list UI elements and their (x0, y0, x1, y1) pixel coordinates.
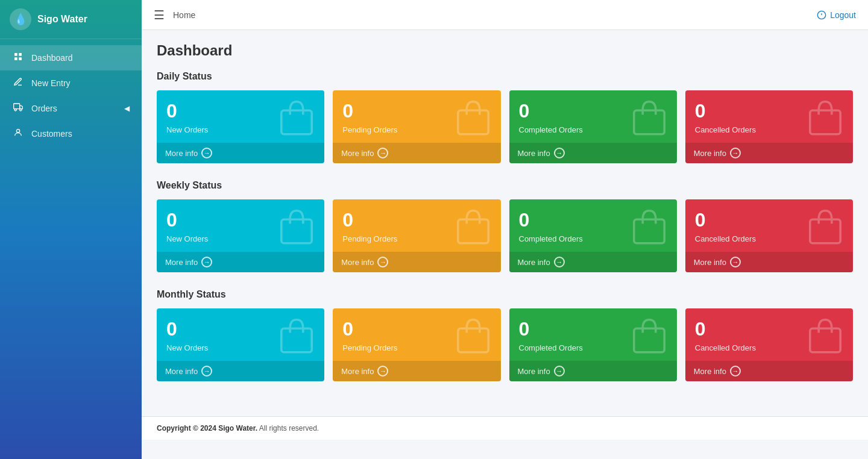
card-footer-daily-new[interactable]: More info→ (157, 143, 324, 163)
bag-icon-daily-pending (451, 95, 495, 139)
card-count-weekly-new: 0 (166, 210, 208, 230)
card-body-weekly-new: 0New Orders (157, 199, 324, 252)
svg-rect-0 (14, 53, 17, 56)
svg-rect-27 (634, 219, 664, 243)
bag-icon-daily-cancelled (804, 95, 847, 139)
card-body-monthly-pending: 0Pending Orders (333, 308, 500, 361)
card-footer-daily-cancelled[interactable]: More info→ (685, 143, 853, 163)
card-body-weekly-pending: 0Pending Orders (333, 199, 500, 252)
orders-icon (12, 102, 24, 114)
card-footer-monthly-pending[interactable]: More info→ (333, 361, 500, 381)
svg-rect-39 (634, 328, 664, 352)
card-body-daily-new: 0New Orders (157, 90, 324, 143)
card-label-daily-completed: Completed Orders (519, 125, 583, 134)
stat-card-daily-new[interactable]: 0New Orders More info→ (157, 90, 324, 163)
card-label-weekly-new: New Orders (166, 234, 208, 243)
svg-rect-3 (19, 57, 22, 60)
bag-icon-monthly-completed (627, 313, 671, 357)
card-footer-weekly-pending[interactable]: More info→ (333, 252, 500, 272)
card-footer-monthly-cancelled[interactable]: More info→ (685, 361, 853, 381)
card-body-daily-completed: 0Completed Orders (509, 90, 677, 143)
card-body-weekly-completed: 0Completed Orders (509, 199, 677, 252)
card-label-weekly-cancelled: Cancelled Orders (695, 234, 756, 243)
card-label-weekly-pending: Pending Orders (342, 234, 397, 243)
sidebar-nav: Dashboard New Entry Orders ◀ Customers (0, 39, 142, 152)
svg-rect-42 (810, 328, 840, 352)
menu-toggle-button[interactable]: ☰ (154, 8, 165, 22)
logout-icon (817, 10, 826, 20)
card-count-daily-completed: 0 (519, 101, 583, 120)
brand-icon: 💧 (10, 8, 31, 30)
svg-rect-21 (281, 219, 312, 243)
card-footer-label-monthly-cancelled: More info (694, 367, 726, 376)
card-count-weekly-pending: 0 (342, 210, 397, 230)
card-label-daily-pending: Pending Orders (342, 125, 397, 134)
card-footer-arrow-weekly-completed: → (554, 257, 565, 267)
card-footer-weekly-new[interactable]: More info→ (157, 252, 324, 272)
dashboard-icon (12, 52, 24, 64)
card-footer-arrow-monthly-completed: → (554, 366, 565, 376)
sidebar-item-dashboard[interactable]: Dashboard (0, 45, 142, 70)
card-count-weekly-completed: 0 (519, 210, 583, 230)
bag-icon-monthly-new (275, 313, 318, 357)
stat-card-daily-cancelled[interactable]: 0Cancelled Orders More info→ (685, 90, 853, 163)
stat-card-weekly-completed[interactable]: 0Completed Orders More info→ (509, 199, 677, 272)
card-footer-arrow-daily-pending: → (377, 148, 388, 158)
card-count-monthly-completed: 0 (519, 319, 583, 339)
cards-row-weekly: 0New Orders More info→0Pending Orders Mo… (157, 199, 853, 272)
stat-card-weekly-pending[interactable]: 0Pending Orders More info→ (333, 199, 500, 272)
topbar: ☰ Home Logout (142, 0, 868, 30)
cards-row-monthly: 0New Orders More info→0Pending Orders Mo… (157, 308, 853, 381)
card-footer-label-monthly-completed: More info (518, 367, 550, 376)
card-footer-weekly-completed[interactable]: More info→ (509, 252, 677, 272)
card-footer-weekly-cancelled[interactable]: More info→ (685, 252, 853, 272)
card-body-monthly-new: 0New Orders (157, 308, 324, 361)
bag-icon-weekly-completed (627, 204, 671, 248)
sidebar-new-entry-label: New Entry (31, 78, 71, 88)
customers-icon (12, 128, 24, 140)
stat-card-weekly-cancelled[interactable]: 0Cancelled Orders More info→ (685, 199, 853, 272)
card-body-monthly-completed: 0Completed Orders (509, 308, 677, 361)
logout-button[interactable]: Logout (817, 10, 856, 20)
bag-icon-weekly-pending (451, 204, 495, 248)
svg-point-5 (14, 109, 16, 111)
svg-rect-15 (634, 110, 664, 134)
card-label-monthly-cancelled: Cancelled Orders (695, 343, 756, 352)
sidebar-customers-label: Customers (31, 129, 72, 139)
stat-card-daily-pending[interactable]: 0Pending Orders More info→ (333, 90, 500, 163)
section-monthly: Monthly Status0New Orders More info→0Pen… (157, 289, 853, 381)
card-footer-daily-completed[interactable]: More info→ (509, 143, 677, 163)
sidebar-item-orders[interactable]: Orders ◀ (0, 96, 142, 121)
section-title-monthly: Monthly Status (157, 289, 853, 300)
card-footer-arrow-weekly-new: → (201, 257, 212, 267)
stat-card-daily-completed[interactable]: 0Completed Orders More info→ (509, 90, 677, 163)
stat-card-monthly-new[interactable]: 0New Orders More info→ (157, 308, 324, 381)
sidebar: 💧 Sigo Water Dashboard New Entry Orders … (0, 0, 142, 459)
stat-card-monthly-pending[interactable]: 0Pending Orders More info→ (333, 308, 500, 381)
card-label-monthly-pending: Pending Orders (342, 343, 397, 352)
sidebar-item-customers[interactable]: Customers (0, 121, 142, 146)
card-footer-label-weekly-completed: More info (518, 258, 550, 267)
sidebar-dashboard-label: Dashboard (31, 53, 73, 63)
card-footer-monthly-new[interactable]: More info→ (157, 361, 324, 381)
topbar-home-label: Home (173, 10, 817, 20)
sidebar-item-new-entry[interactable]: New Entry (0, 70, 142, 96)
page-footer: Copyright © 2024 Sigo Water. All rights … (142, 416, 868, 440)
card-count-weekly-cancelled: 0 (695, 210, 756, 230)
svg-rect-18 (810, 110, 840, 134)
card-footer-label-daily-completed: More info (518, 149, 550, 158)
card-footer-monthly-completed[interactable]: More info→ (509, 361, 677, 381)
stat-card-monthly-cancelled[interactable]: 0Cancelled Orders More info→ (685, 308, 853, 381)
bag-icon-monthly-pending (451, 313, 495, 357)
card-footer-arrow-monthly-pending: → (377, 366, 388, 376)
stat-card-weekly-new[interactable]: 0New Orders More info→ (157, 199, 324, 272)
card-count-daily-cancelled: 0 (695, 101, 756, 120)
card-label-daily-new: New Orders (166, 125, 208, 134)
bag-icon-weekly-cancelled (804, 204, 847, 248)
card-footer-daily-pending[interactable]: More info→ (333, 143, 500, 163)
card-label-weekly-completed: Completed Orders (519, 234, 583, 243)
card-count-monthly-pending: 0 (342, 319, 397, 339)
svg-rect-12 (458, 110, 488, 134)
stat-card-monthly-completed[interactable]: 0Completed Orders More info→ (509, 308, 677, 381)
sections-container: Daily Status0New Orders More info→0Pendi… (157, 71, 853, 381)
